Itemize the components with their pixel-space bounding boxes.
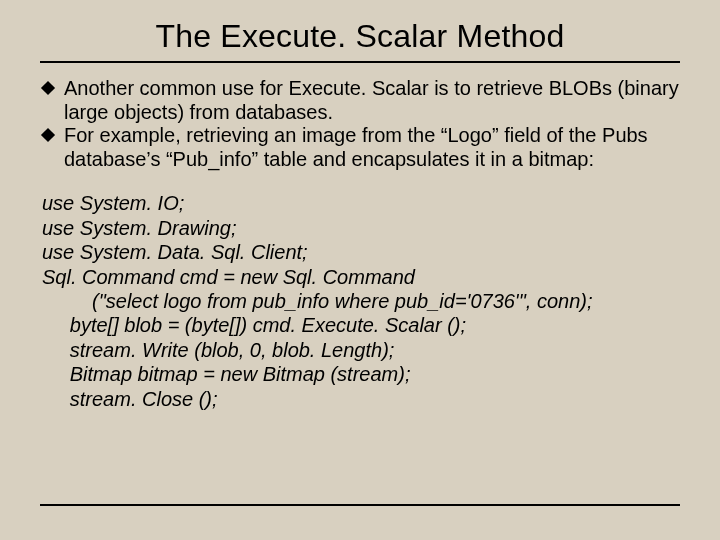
bullet-text: Another common use for Execute. Scalar i… [64, 77, 679, 123]
slide-title: The Execute. Scalar Method [40, 18, 680, 55]
bottom-rule [40, 504, 680, 506]
bullet-item: For example, retrieving an image from th… [40, 124, 680, 171]
bullet-text: For example, retrieving an image from th… [64, 124, 648, 170]
diamond-icon [42, 130, 54, 142]
code-block: use System. IO; use System. Drawing; use… [42, 191, 680, 411]
bullet-item: Another common use for Execute. Scalar i… [40, 77, 680, 124]
slide: The Execute. Scalar Method Another commo… [0, 0, 720, 540]
diamond-icon [42, 83, 54, 95]
bullet-list: Another common use for Execute. Scalar i… [40, 77, 680, 171]
title-underline [40, 61, 680, 63]
